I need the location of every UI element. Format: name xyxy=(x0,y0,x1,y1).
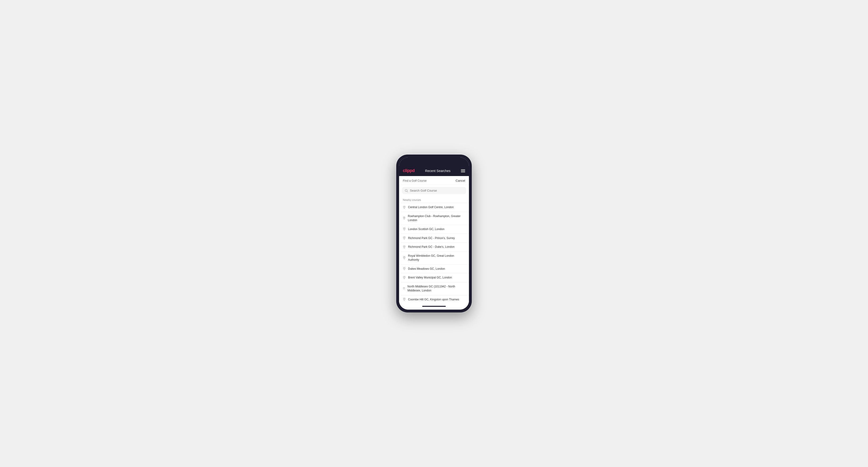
svg-point-2 xyxy=(404,206,405,207)
course-list-item[interactable]: North Middlesex GC (1011942 - North Midd… xyxy=(399,282,469,295)
location-pin-icon xyxy=(403,206,406,209)
header-title: Recent Searches xyxy=(425,169,450,173)
location-pin-icon xyxy=(403,245,406,249)
course-list-item[interactable]: Royal Wimbledon GC, Great London Authori… xyxy=(399,251,469,264)
svg-point-5 xyxy=(404,237,405,238)
location-pin-icon xyxy=(403,276,406,279)
course-name: Coombe Hill GC, Kingston upon Thames xyxy=(408,298,459,302)
cancel-button[interactable]: Cancel xyxy=(456,179,465,182)
course-name: Brent Valley Municipal GC, London xyxy=(408,276,452,280)
course-name: Central London Golf Centre, London xyxy=(408,205,454,209)
course-list-item[interactable]: London Scottish GC, London xyxy=(399,225,469,234)
app-logo: clippd xyxy=(403,168,415,173)
course-list-item[interactable]: Coombe Hill GC, Kingston upon Thames xyxy=(399,295,469,304)
course-name: Richmond Park GC - Duke's, London xyxy=(408,245,455,249)
location-pin-icon xyxy=(403,287,405,290)
course-name: Roehampton Club - Roehampton, Greater Lo… xyxy=(408,214,465,222)
notch-area xyxy=(399,157,469,166)
app-header: clippd Recent Searches xyxy=(399,166,469,176)
search-icon xyxy=(405,189,408,192)
search-input[interactable] xyxy=(410,189,463,192)
content-area: Find a Golf Course Cancel Nearby courses xyxy=(399,176,469,304)
search-input-wrapper xyxy=(402,187,466,194)
course-list-item[interactable]: Dukes Meadows GC, London xyxy=(399,264,469,273)
svg-line-1 xyxy=(407,191,408,192)
svg-point-10 xyxy=(404,288,404,288)
course-list-item[interactable]: Roehampton Club - Roehampton, Greater Lo… xyxy=(399,212,469,225)
location-pin-icon xyxy=(403,217,405,220)
svg-point-11 xyxy=(404,299,405,299)
home-indicator xyxy=(422,306,446,307)
menu-icon[interactable] xyxy=(461,169,465,172)
course-list-item[interactable]: Richmond Park GC - Prince's, Surrey xyxy=(399,234,469,243)
svg-point-4 xyxy=(404,228,405,229)
find-label: Find a Golf Course xyxy=(403,179,427,182)
svg-point-9 xyxy=(404,277,405,277)
location-pin-icon xyxy=(403,237,406,240)
course-name: Royal Wimbledon GC, Great London Authori… xyxy=(408,254,465,262)
nearby-label: Nearby courses xyxy=(399,196,469,203)
course-list: Central London Golf Centre, London Roeha… xyxy=(399,203,469,304)
course-name: North Middlesex GC (1011942 - North Midd… xyxy=(408,285,465,292)
course-name: Richmond Park GC - Prince's, Surrey xyxy=(408,236,455,240)
search-container xyxy=(399,185,469,196)
svg-point-7 xyxy=(404,257,404,257)
home-indicator-area xyxy=(399,304,469,310)
phone-screen: clippd Recent Searches Find a Golf Cours… xyxy=(399,157,469,309)
svg-point-8 xyxy=(404,268,405,269)
course-list-item[interactable]: Richmond Park GC - Duke's, London xyxy=(399,242,469,251)
location-pin-icon xyxy=(403,267,406,271)
course-list-item[interactable]: Brent Valley Municipal GC, London xyxy=(399,273,469,282)
location-pin-icon xyxy=(403,298,406,301)
notch xyxy=(422,157,446,163)
phone-frame: clippd Recent Searches Find a Golf Cours… xyxy=(396,155,472,312)
svg-point-3 xyxy=(404,217,404,218)
course-name: Dukes Meadows GC, London xyxy=(408,267,445,271)
svg-point-6 xyxy=(404,246,405,247)
location-pin-icon xyxy=(403,227,406,231)
find-bar: Find a Golf Course Cancel xyxy=(399,176,469,185)
location-pin-icon xyxy=(403,256,406,259)
course-list-item[interactable]: Central London Golf Centre, London xyxy=(399,203,469,212)
nearby-section: Nearby courses Central London Golf Centr… xyxy=(399,196,469,304)
course-name: London Scottish GC, London xyxy=(408,227,444,231)
